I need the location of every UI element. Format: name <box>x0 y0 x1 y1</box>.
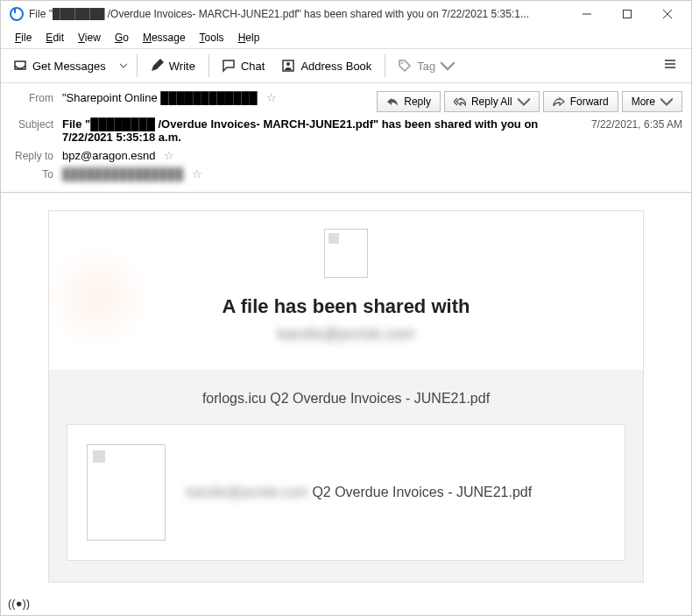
file-name-center: forlogs.icu Q2 Overdue Invoices - JUNE21… <box>67 391 625 407</box>
tag-label: Tag <box>417 60 435 73</box>
chevron-down-icon <box>120 62 127 69</box>
file-thumbnail <box>87 444 166 541</box>
forward-icon <box>553 96 565 108</box>
pencil-icon <box>150 59 164 73</box>
menu-tools[interactable]: Tools <box>193 30 231 46</box>
address-book-label: Address Book <box>300 60 371 73</box>
hamburger-icon <box>663 57 677 71</box>
chevron-down-icon <box>518 96 530 108</box>
timestamp: 7/22/2021, 6:35 AM <box>584 117 682 131</box>
write-label: Write <box>169 60 195 73</box>
svg-point-8 <box>401 62 403 64</box>
to-value: ███████████████ <box>62 167 183 181</box>
toolbar: Get Messages Write Chat Address Book Tag <box>1 48 691 83</box>
menubar: File Edit View Go Message Tools Help <box>1 27 691 48</box>
menu-edit[interactable]: Edit <box>39 30 71 46</box>
shared-title: A file has been shared with <box>67 295 625 318</box>
from-value: "Sharepoint Online ████████████ <box>62 91 258 104</box>
subject-label: Subject <box>10 117 62 131</box>
reply-all-label: Reply All <box>471 96 512 108</box>
star-icon[interactable]: ☆ <box>164 149 174 162</box>
minimize-button[interactable] <box>567 1 607 27</box>
get-messages-dropdown[interactable] <box>116 62 131 69</box>
menu-go[interactable]: Go <box>108 30 136 46</box>
shared-header-section: A file has been shared with karolis@pcri… <box>49 211 643 370</box>
menu-message[interactable]: Message <box>136 30 193 46</box>
forward-button[interactable]: Forward <box>543 91 618 112</box>
shared-email: karolis@pcrisk.com <box>67 325 625 343</box>
file-desc-name: Q2 Overdue Invoices - JUNE21.pdf <box>308 485 532 499</box>
file-icon-placeholder <box>324 229 368 278</box>
reply-icon <box>386 96 399 108</box>
chat-icon <box>222 59 236 73</box>
address-book-icon <box>281 59 295 73</box>
menu-help[interactable]: Help <box>231 30 267 46</box>
star-icon[interactable]: ☆ <box>266 91 277 104</box>
more-button[interactable]: More <box>622 91 682 112</box>
menu-view[interactable]: View <box>71 30 108 46</box>
close-button[interactable] <box>647 1 688 27</box>
from-row: From "Sharepoint Online ████████████ ☆ R… <box>10 89 682 115</box>
svg-point-7 <box>286 62 290 66</box>
chevron-down-icon <box>441 59 455 73</box>
get-messages-label: Get Messages <box>32 60 106 73</box>
file-desc-email: karolis@pcrisk.com <box>187 485 308 499</box>
separator <box>208 54 209 77</box>
chat-label: Chat <box>241 60 265 73</box>
window-title: File "███████ /Overdue Invoices- MARCH-J… <box>29 8 567 20</box>
write-button[interactable]: Write <box>143 54 203 77</box>
status-indicator: ((●)) <box>8 597 30 610</box>
file-description: karolis@pcrisk.com Q2 Overdue Invoices -… <box>187 485 532 500</box>
forward-label: Forward <box>570 96 609 108</box>
subject-row: Subject File "████████ /Overdue Invoices… <box>10 115 682 146</box>
menu-file[interactable]: File <box>8 30 39 46</box>
app-icon <box>10 7 24 21</box>
to-label: To <box>10 167 62 181</box>
subject-value: File "████████ /Overdue Invoices- MARCH-… <box>62 117 584 144</box>
reply-to-value: bpz@aragon.esnd <box>62 149 155 162</box>
separator <box>137 54 138 77</box>
from-label: From <box>10 91 62 104</box>
get-messages-button[interactable]: Get Messages <box>6 54 114 77</box>
file-section: forlogs.icu Q2 Overdue Invoices - JUNE21… <box>49 370 643 582</box>
reply-to-row: Reply to bpz@aragon.esnd ☆ <box>10 146 682 165</box>
reply-button[interactable]: Reply <box>377 91 441 112</box>
action-buttons: Reply Reply All Forward More <box>377 91 682 112</box>
message-body: A file has been shared with karolis@pcri… <box>1 193 691 600</box>
reply-to-label: Reply to <box>10 149 62 162</box>
app-menu-button[interactable] <box>654 53 686 79</box>
reply-all-button[interactable]: Reply All <box>444 91 540 112</box>
reply-all-icon <box>454 96 466 108</box>
separator <box>385 54 385 77</box>
tag-button[interactable]: Tag <box>391 54 463 77</box>
maximize-button[interactable] <box>607 1 647 27</box>
star-icon[interactable]: ☆ <box>192 167 202 181</box>
reply-label: Reply <box>404 96 431 108</box>
message-header: From "Sharepoint Online ████████████ ☆ R… <box>1 83 691 193</box>
chevron-down-icon <box>660 96 673 108</box>
file-card[interactable]: karolis@pcrisk.com Q2 Overdue Invoices -… <box>67 424 625 561</box>
svg-rect-3 <box>624 10 632 18</box>
chat-button[interactable]: Chat <box>215 54 272 77</box>
tag-icon <box>398 59 412 73</box>
svg-point-0 <box>11 8 23 20</box>
email-content: A file has been shared with karolis@pcri… <box>48 210 644 583</box>
address-book-button[interactable]: Address Book <box>274 54 379 77</box>
window-titlebar: File "███████ /Overdue Invoices- MARCH-J… <box>1 1 691 27</box>
svg-rect-1 <box>14 9 16 13</box>
more-label: More <box>632 96 655 108</box>
inbox-icon <box>13 59 27 73</box>
to-row: To ███████████████ ☆ <box>10 165 682 183</box>
